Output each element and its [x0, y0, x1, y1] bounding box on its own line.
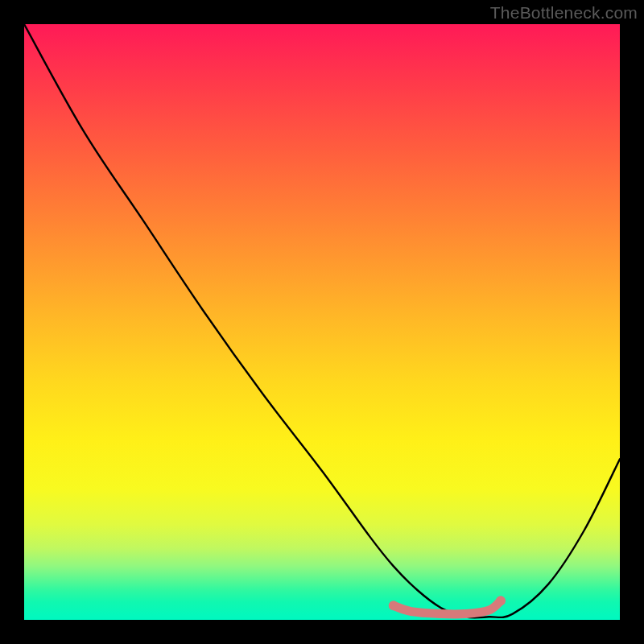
sweet-spot-dot-right-icon [496, 596, 506, 605]
sweet-spot-marker [394, 601, 501, 614]
bottleneck-curve [24, 24, 620, 617]
watermark-text: TheBottleneck.com [490, 3, 638, 23]
sweet-spot-dot-left-icon [389, 601, 398, 610]
chart-container: TheBottleneck.com [0, 0, 644, 644]
plot-area [24, 24, 620, 620]
curve-svg [24, 24, 620, 620]
